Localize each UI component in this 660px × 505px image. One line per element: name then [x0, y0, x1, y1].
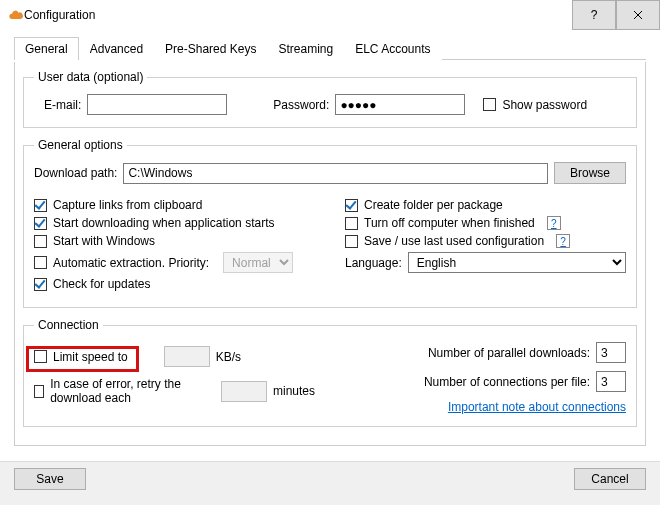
perfile-label: Number of connections per file: [424, 375, 590, 389]
turnoff-help-icon[interactable]: ? [547, 216, 561, 230]
retry-unit: minutes [273, 384, 315, 398]
save-button[interactable]: Save [14, 468, 86, 490]
start-download-label: Start downloading when application start… [53, 216, 274, 230]
limit-speed-field [164, 346, 210, 367]
parallel-field[interactable] [596, 342, 626, 363]
connection-legend: Connection [34, 318, 103, 332]
turn-off-label: Turn off computer when finished [364, 216, 535, 230]
general-options-legend: General options [34, 138, 127, 152]
userdata-legend: User data (optional) [34, 70, 147, 84]
password-field[interactable] [335, 94, 465, 115]
email-label: E-mail: [44, 98, 81, 112]
create-folder-label: Create folder per package [364, 198, 503, 212]
footer: Save Cancel [0, 461, 660, 505]
language-label: Language: [345, 256, 402, 270]
show-password-checkbox[interactable] [483, 98, 496, 111]
tab-body: User data (optional) E-mail: Password: S… [14, 62, 646, 446]
options-right-column: Create folder per package Turn off compu… [345, 194, 626, 295]
cancel-button[interactable]: Cancel [574, 468, 646, 490]
download-path-label: Download path: [34, 166, 117, 180]
tab-strip: General Advanced Pre-Shared Keys Streami… [14, 36, 646, 60]
tab-streaming[interactable]: Streaming [267, 37, 344, 60]
auto-extract-checkbox[interactable] [34, 256, 47, 269]
download-path-field[interactable] [123, 163, 548, 184]
help-icon: ? [591, 8, 598, 22]
connections-note-link[interactable]: Important note about connections [448, 400, 626, 414]
limit-speed-checkbox[interactable] [34, 350, 47, 363]
tab-presharedkeys[interactable]: Pre-Shared Keys [154, 37, 267, 60]
browse-button[interactable]: Browse [554, 162, 626, 184]
check-updates-label: Check for updates [53, 277, 150, 291]
start-download-checkbox[interactable] [34, 217, 47, 230]
show-password-label: Show password [502, 98, 587, 112]
priority-select: Normal [223, 252, 293, 273]
connection-group: Connection Limit speed to KB/s In case o… [23, 318, 637, 427]
tab-advanced[interactable]: Advanced [79, 37, 154, 60]
tab-general[interactable]: General [14, 37, 79, 60]
language-select[interactable]: English [408, 252, 626, 273]
auto-extract-label: Automatic extraction. Priority: [53, 256, 209, 270]
limit-speed-unit: KB/s [216, 350, 241, 364]
turn-off-checkbox[interactable] [345, 217, 358, 230]
options-left-column: Capture links from clipboard Start downl… [34, 194, 315, 295]
help-button[interactable]: ? [572, 0, 616, 30]
retry-label: In case of error, retry the download eac… [50, 377, 209, 405]
create-folder-checkbox[interactable] [345, 199, 358, 212]
start-windows-label: Start with Windows [53, 234, 155, 248]
start-windows-checkbox[interactable] [34, 235, 47, 248]
perfile-field[interactable] [596, 371, 626, 392]
saveconfig-help-icon[interactable]: ? [556, 234, 570, 248]
capture-links-label: Capture links from clipboard [53, 198, 202, 212]
close-button[interactable] [616, 0, 660, 30]
tab-elcaccounts[interactable]: ELC Accounts [344, 37, 441, 60]
app-icon [8, 7, 24, 23]
save-config-label: Save / use last used configuration [364, 234, 544, 248]
password-label: Password: [273, 98, 329, 112]
retry-checkbox[interactable] [34, 385, 44, 398]
general-options-group: General options Download path: Browse Ca… [23, 138, 637, 308]
email-field[interactable] [87, 94, 227, 115]
retry-field [221, 381, 267, 402]
capture-links-checkbox[interactable] [34, 199, 47, 212]
limit-speed-label: Limit speed to [53, 350, 128, 364]
check-updates-checkbox[interactable] [34, 278, 47, 291]
parallel-label: Number of parallel downloads: [428, 346, 590, 360]
save-config-checkbox[interactable] [345, 235, 358, 248]
userdata-group: User data (optional) E-mail: Password: S… [23, 70, 637, 128]
close-icon [633, 10, 643, 20]
titlebar: Configuration ? [0, 0, 660, 30]
window-title: Configuration [24, 8, 572, 22]
